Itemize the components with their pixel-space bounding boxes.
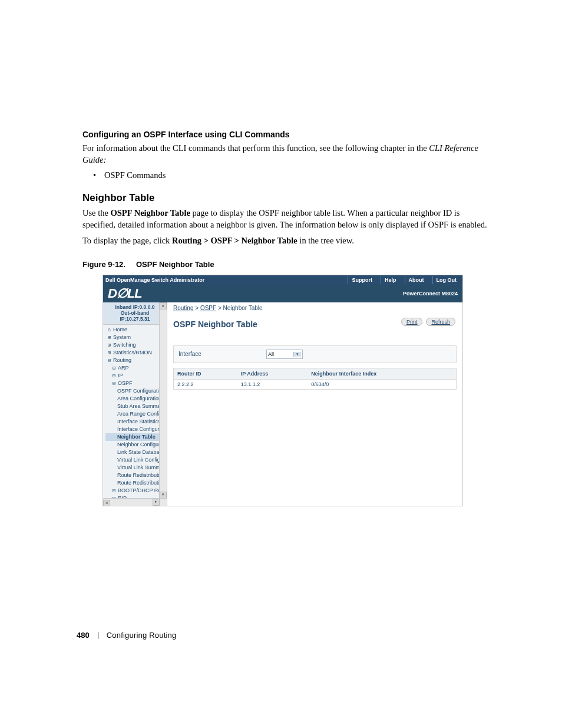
tree-ospf-child[interactable]: Neighbor Configura bbox=[105, 441, 167, 449]
scroll-right-icon[interactable]: ▸ bbox=[153, 499, 160, 506]
doc-subheading: Configuring an OSPF Interface using CLI … bbox=[82, 130, 491, 139]
filter-panel: Interface All ▾ bbox=[173, 345, 457, 363]
crumb-ospf[interactable]: OSPF bbox=[200, 305, 216, 311]
window-title: Dell OpenManage Switch Administrator bbox=[105, 277, 204, 283]
cell-router-id: 2.2.2.2 bbox=[174, 379, 237, 389]
nav-about-link[interactable]: About bbox=[405, 276, 428, 284]
tree-ospf-child[interactable]: Virtual Link Summ bbox=[105, 464, 167, 472]
text: in the tree view. bbox=[297, 236, 354, 245]
figure-caption: Figure 9-12.OSPF Neighbor Table bbox=[82, 260, 491, 269]
label: ARP bbox=[118, 365, 129, 371]
tree-neighbor-table[interactable]: Neighbor Table bbox=[105, 433, 167, 441]
page-number: 480 bbox=[77, 631, 90, 640]
plus-icon: ⊞ bbox=[111, 364, 117, 372]
print-button[interactable]: Print bbox=[401, 318, 423, 326]
tree-ospf-child[interactable]: Interface Statistics bbox=[105, 418, 167, 426]
scroll-up-icon[interactable]: ▴ bbox=[160, 302, 167, 309]
tree-ospf-child[interactable]: Area Configuration bbox=[105, 395, 167, 403]
label: Statistics/RMON bbox=[113, 350, 152, 355]
crumb-current: Neighbor Table bbox=[223, 305, 263, 311]
nav-support-link[interactable]: Support bbox=[348, 276, 376, 284]
cell-ip-address: 13.1.1.2 bbox=[237, 379, 308, 389]
chevron-down-icon: ▾ bbox=[293, 352, 301, 357]
plus-icon: ⊞ bbox=[107, 334, 112, 341]
inband-ip-text: Inband IP:0.0.0.0 bbox=[105, 304, 164, 310]
divider bbox=[98, 632, 98, 639]
tree-ospf-child[interactable]: Area Range Config bbox=[105, 410, 167, 418]
screenshot-window: Dell OpenManage Switch Administrator Sup… bbox=[103, 275, 463, 506]
doc-paragraph: For information about the CLI commands t… bbox=[82, 143, 491, 166]
section-name: Configuring Routing bbox=[107, 631, 177, 640]
brand-bar: D∅LL PowerConnect M8024 bbox=[103, 285, 462, 302]
dell-logo: D∅LL bbox=[108, 286, 142, 301]
sidebar: Inband IP:0.0.0.0 Out-of-band IP:10.27.5… bbox=[103, 302, 167, 506]
horizontal-scrollbar[interactable]: ◂ ▸ bbox=[103, 498, 167, 506]
text: For information about the CLI commands t… bbox=[82, 143, 429, 153]
col-router-id: Router ID bbox=[174, 368, 237, 379]
neighbor-table: Router ID IP Address Neighbour Interface… bbox=[173, 368, 457, 390]
plus-icon: ⊞ bbox=[111, 372, 117, 380]
tree-ospf[interactable]: ⊟OSPF bbox=[105, 380, 167, 387]
text: To display the page, click bbox=[82, 236, 172, 245]
tree-bootp[interactable]: ⊞BOOTP/DHCP Relay bbox=[105, 487, 167, 495]
text-bold: OSPF Neighbor Table bbox=[111, 208, 190, 218]
doc-paragraph: Use the OSPF Neighbor Table page to disp… bbox=[82, 207, 491, 230]
tree-ospf-child[interactable]: Interface Configura bbox=[105, 426, 167, 433]
home-icon: ⌂ bbox=[107, 326, 112, 334]
tree-ip[interactable]: ⊞IP bbox=[105, 372, 167, 380]
label: System bbox=[113, 334, 131, 340]
tree-routing[interactable]: ⊟Routing bbox=[105, 357, 167, 364]
table-row[interactable]: 2.2.2.2 13.1.1.2 0/634/0 bbox=[174, 379, 457, 389]
ip-panel: Inband IP:0.0.0.0 Out-of-band IP:10.27.5… bbox=[103, 302, 167, 325]
vertical-scrollbar[interactable]: ▴ ▾ bbox=[159, 302, 167, 506]
tree-ospf-child[interactable]: OSPF Configuratio bbox=[105, 387, 167, 395]
bullet-dot-icon: • bbox=[93, 170, 96, 180]
tree-system[interactable]: ⊞System bbox=[105, 334, 167, 341]
select-value: All bbox=[268, 351, 274, 357]
text-bold: Routing > OSPF > Neighbor Table bbox=[172, 236, 297, 245]
nav-logout-link[interactable]: Log Out bbox=[432, 276, 461, 284]
doc-paragraph: To display the page, click Routing > OSP… bbox=[82, 235, 491, 247]
breadcrumb: Routing > OSPF > Neighbor Table bbox=[173, 305, 457, 311]
minus-icon: ⊟ bbox=[107, 357, 112, 364]
figure-title: OSPF Neighbor Table bbox=[136, 260, 214, 269]
bullet-text: OSPF Commands bbox=[104, 170, 166, 180]
label: Routing bbox=[113, 357, 131, 363]
interface-select[interactable]: All ▾ bbox=[266, 350, 303, 359]
minus-icon: ⊟ bbox=[111, 380, 117, 387]
table-header-row: Router ID IP Address Neighbour Interface… bbox=[174, 368, 457, 379]
tree-arp[interactable]: ⊞ARP bbox=[105, 364, 167, 372]
product-name: PowerConnect M8024 bbox=[403, 291, 458, 297]
plus-icon: ⊞ bbox=[111, 487, 117, 495]
interface-label: Interface bbox=[178, 351, 201, 357]
plus-icon: ⊞ bbox=[107, 341, 112, 349]
scroll-left-icon[interactable]: ◂ bbox=[103, 500, 110, 506]
label: IP bbox=[118, 373, 123, 378]
nav-help-link[interactable]: Help bbox=[381, 276, 400, 284]
tree-ospf-child[interactable]: Stub Area Summa bbox=[105, 403, 167, 410]
tree-ospf-child[interactable]: Link State Databa bbox=[105, 449, 167, 456]
tree-switching[interactable]: ⊞Switching bbox=[105, 341, 167, 349]
cell-if-index: 0/634/0 bbox=[308, 379, 456, 389]
oob-ip-text: Out-of-band IP:10.27.5.31 bbox=[105, 310, 164, 322]
window-titlebar: Dell OpenManage Switch Administrator Sup… bbox=[103, 275, 462, 285]
main-content: Routing > OSPF > Neighbor Table OSPF Nei… bbox=[167, 302, 462, 506]
figure-number: Figure 9-12. bbox=[82, 260, 125, 269]
label: Switching bbox=[113, 342, 136, 348]
tree-stats[interactable]: ⊞Statistics/RMON bbox=[105, 349, 167, 357]
nav-tree: ⌂Home ⊞System ⊞Switching ⊞Statistics/RMO… bbox=[103, 325, 167, 502]
col-ip-address: IP Address bbox=[237, 368, 308, 379]
col-neighbour-if-index: Neighbour Interface Index bbox=[308, 368, 456, 379]
page-footer: 480 Configuring Routing bbox=[77, 631, 176, 640]
label: Home bbox=[113, 327, 127, 332]
tree-home[interactable]: ⌂Home bbox=[105, 326, 167, 334]
tree-ospf-child[interactable]: Route Redistributio bbox=[105, 472, 167, 479]
doc-heading: Neighbor Table bbox=[82, 192, 491, 204]
text: Use the bbox=[82, 208, 111, 218]
crumb-routing[interactable]: Routing bbox=[173, 305, 193, 311]
refresh-button[interactable]: Refresh bbox=[426, 318, 455, 326]
bullet-item: • OSPF Commands bbox=[93, 170, 491, 180]
tree-ospf-child[interactable]: Virtual Link Config bbox=[105, 456, 167, 464]
tree-ospf-child[interactable]: Route Redistributio bbox=[105, 479, 167, 487]
plus-icon: ⊞ bbox=[107, 349, 112, 357]
